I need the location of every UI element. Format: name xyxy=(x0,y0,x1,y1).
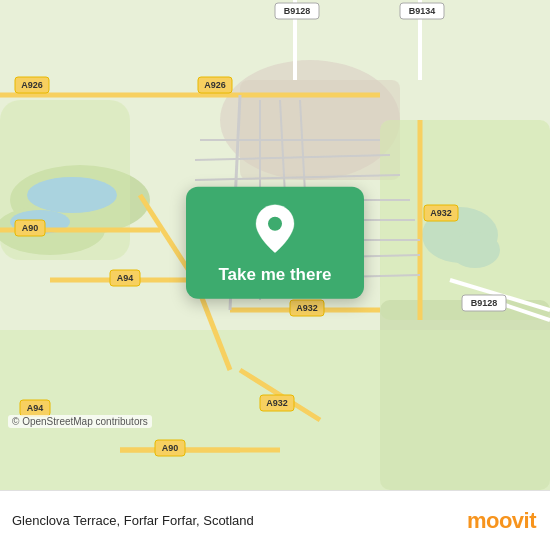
svg-text:A90: A90 xyxy=(22,223,39,233)
svg-text:A926: A926 xyxy=(21,80,43,90)
svg-text:A94: A94 xyxy=(117,273,134,283)
action-card[interactable]: Take me there xyxy=(186,187,364,299)
svg-text:A932: A932 xyxy=(430,208,452,218)
svg-text:A94: A94 xyxy=(27,403,44,413)
svg-text:B9134: B9134 xyxy=(409,6,436,16)
svg-text:A90: A90 xyxy=(162,443,179,453)
location-label: Glenclova Terrace, Forfar Forfar, Scotla… xyxy=(12,513,467,528)
osm-attribution: © OpenStreetMap contributors xyxy=(8,415,152,428)
moovit-logo: moovit xyxy=(467,508,536,534)
svg-text:B9128: B9128 xyxy=(284,6,311,16)
moovit-logo-text: moovit xyxy=(467,508,536,534)
svg-point-5 xyxy=(27,177,117,213)
location-pin-icon xyxy=(249,203,301,255)
svg-text:A932: A932 xyxy=(296,303,318,313)
svg-text:A932: A932 xyxy=(266,398,288,408)
bottom-bar: Glenclova Terrace, Forfar Forfar, Scotla… xyxy=(0,490,550,550)
svg-text:B9128: B9128 xyxy=(471,298,498,308)
map-container: B9128 A926 A926 B9134 A90 A94 A94 A932 A… xyxy=(0,0,550,490)
take-me-there-button-label: Take me there xyxy=(218,265,331,285)
svg-text:A926: A926 xyxy=(204,80,226,90)
svg-point-65 xyxy=(268,217,282,231)
